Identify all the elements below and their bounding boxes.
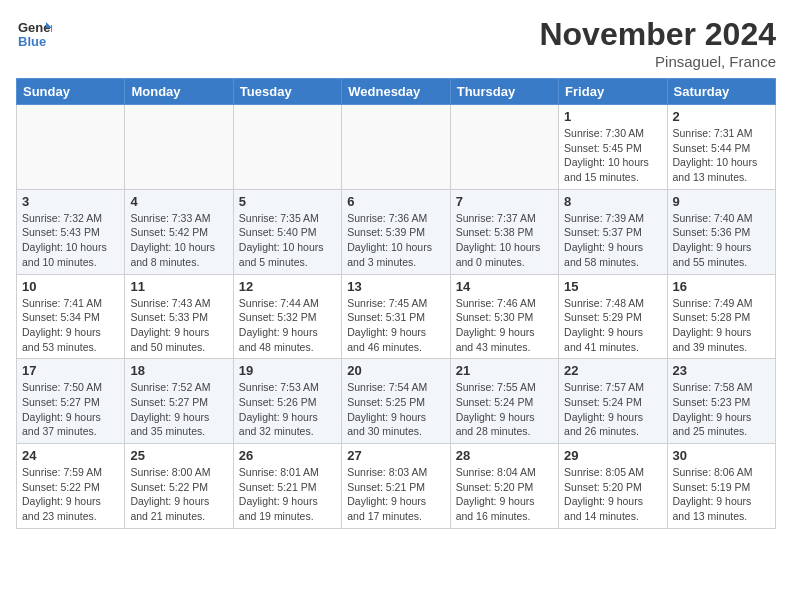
weekday-header: Wednesday bbox=[342, 79, 450, 105]
calendar-cell: 17Sunrise: 7:50 AM Sunset: 5:27 PM Dayli… bbox=[17, 359, 125, 444]
calendar-cell: 28Sunrise: 8:04 AM Sunset: 5:20 PM Dayli… bbox=[450, 444, 558, 529]
weekday-header: Sunday bbox=[17, 79, 125, 105]
weekday-header: Monday bbox=[125, 79, 233, 105]
calendar-cell: 16Sunrise: 7:49 AM Sunset: 5:28 PM Dayli… bbox=[667, 274, 775, 359]
day-info: Sunrise: 8:05 AM Sunset: 5:20 PM Dayligh… bbox=[564, 465, 661, 524]
day-info: Sunrise: 7:44 AM Sunset: 5:32 PM Dayligh… bbox=[239, 296, 336, 355]
day-number: 10 bbox=[22, 279, 119, 294]
calendar-week-row: 24Sunrise: 7:59 AM Sunset: 5:22 PM Dayli… bbox=[17, 444, 776, 529]
calendar-cell: 9Sunrise: 7:40 AM Sunset: 5:36 PM Daylig… bbox=[667, 189, 775, 274]
logo-icon: General Blue bbox=[16, 16, 52, 52]
calendar-cell: 18Sunrise: 7:52 AM Sunset: 5:27 PM Dayli… bbox=[125, 359, 233, 444]
day-number: 5 bbox=[239, 194, 336, 209]
calendar-cell: 21Sunrise: 7:55 AM Sunset: 5:24 PM Dayli… bbox=[450, 359, 558, 444]
day-info: Sunrise: 7:33 AM Sunset: 5:42 PM Dayligh… bbox=[130, 211, 227, 270]
day-number: 21 bbox=[456, 363, 553, 378]
day-number: 15 bbox=[564, 279, 661, 294]
title-block: November 2024 Pinsaguel, France bbox=[539, 16, 776, 70]
day-number: 7 bbox=[456, 194, 553, 209]
day-number: 3 bbox=[22, 194, 119, 209]
day-number: 16 bbox=[673, 279, 770, 294]
day-info: Sunrise: 7:43 AM Sunset: 5:33 PM Dayligh… bbox=[130, 296, 227, 355]
day-info: Sunrise: 7:55 AM Sunset: 5:24 PM Dayligh… bbox=[456, 380, 553, 439]
calendar-cell: 2Sunrise: 7:31 AM Sunset: 5:44 PM Daylig… bbox=[667, 105, 775, 190]
day-info: Sunrise: 7:41 AM Sunset: 5:34 PM Dayligh… bbox=[22, 296, 119, 355]
calendar-cell: 15Sunrise: 7:48 AM Sunset: 5:29 PM Dayli… bbox=[559, 274, 667, 359]
weekday-header: Saturday bbox=[667, 79, 775, 105]
calendar-week-row: 17Sunrise: 7:50 AM Sunset: 5:27 PM Dayli… bbox=[17, 359, 776, 444]
day-info: Sunrise: 8:04 AM Sunset: 5:20 PM Dayligh… bbox=[456, 465, 553, 524]
day-info: Sunrise: 7:30 AM Sunset: 5:45 PM Dayligh… bbox=[564, 126, 661, 185]
day-info: Sunrise: 7:58 AM Sunset: 5:23 PM Dayligh… bbox=[673, 380, 770, 439]
day-number: 23 bbox=[673, 363, 770, 378]
calendar-cell: 1Sunrise: 7:30 AM Sunset: 5:45 PM Daylig… bbox=[559, 105, 667, 190]
day-number: 22 bbox=[564, 363, 661, 378]
logo: General Blue General Blue bbox=[16, 16, 52, 52]
day-number: 2 bbox=[673, 109, 770, 124]
day-number: 24 bbox=[22, 448, 119, 463]
calendar-cell: 10Sunrise: 7:41 AM Sunset: 5:34 PM Dayli… bbox=[17, 274, 125, 359]
day-info: Sunrise: 7:50 AM Sunset: 5:27 PM Dayligh… bbox=[22, 380, 119, 439]
calendar-cell bbox=[450, 105, 558, 190]
day-number: 4 bbox=[130, 194, 227, 209]
calendar-cell: 30Sunrise: 8:06 AM Sunset: 5:19 PM Dayli… bbox=[667, 444, 775, 529]
day-info: Sunrise: 7:37 AM Sunset: 5:38 PM Dayligh… bbox=[456, 211, 553, 270]
day-number: 11 bbox=[130, 279, 227, 294]
day-number: 19 bbox=[239, 363, 336, 378]
calendar-week-row: 3Sunrise: 7:32 AM Sunset: 5:43 PM Daylig… bbox=[17, 189, 776, 274]
day-number: 18 bbox=[130, 363, 227, 378]
day-number: 28 bbox=[456, 448, 553, 463]
day-info: Sunrise: 7:49 AM Sunset: 5:28 PM Dayligh… bbox=[673, 296, 770, 355]
day-info: Sunrise: 8:00 AM Sunset: 5:22 PM Dayligh… bbox=[130, 465, 227, 524]
day-info: Sunrise: 7:54 AM Sunset: 5:25 PM Dayligh… bbox=[347, 380, 444, 439]
day-info: Sunrise: 7:31 AM Sunset: 5:44 PM Dayligh… bbox=[673, 126, 770, 185]
day-info: Sunrise: 8:01 AM Sunset: 5:21 PM Dayligh… bbox=[239, 465, 336, 524]
location: Pinsaguel, France bbox=[539, 53, 776, 70]
day-number: 17 bbox=[22, 363, 119, 378]
day-number: 13 bbox=[347, 279, 444, 294]
day-info: Sunrise: 7:36 AM Sunset: 5:39 PM Dayligh… bbox=[347, 211, 444, 270]
day-info: Sunrise: 7:45 AM Sunset: 5:31 PM Dayligh… bbox=[347, 296, 444, 355]
calendar-header-row: SundayMondayTuesdayWednesdayThursdayFrid… bbox=[17, 79, 776, 105]
day-info: Sunrise: 8:06 AM Sunset: 5:19 PM Dayligh… bbox=[673, 465, 770, 524]
day-info: Sunrise: 7:40 AM Sunset: 5:36 PM Dayligh… bbox=[673, 211, 770, 270]
weekday-header: Tuesday bbox=[233, 79, 341, 105]
day-number: 14 bbox=[456, 279, 553, 294]
calendar-cell: 23Sunrise: 7:58 AM Sunset: 5:23 PM Dayli… bbox=[667, 359, 775, 444]
day-info: Sunrise: 7:46 AM Sunset: 5:30 PM Dayligh… bbox=[456, 296, 553, 355]
calendar-cell: 25Sunrise: 8:00 AM Sunset: 5:22 PM Dayli… bbox=[125, 444, 233, 529]
day-number: 27 bbox=[347, 448, 444, 463]
day-number: 6 bbox=[347, 194, 444, 209]
day-number: 25 bbox=[130, 448, 227, 463]
calendar-cell: 4Sunrise: 7:33 AM Sunset: 5:42 PM Daylig… bbox=[125, 189, 233, 274]
calendar-cell: 20Sunrise: 7:54 AM Sunset: 5:25 PM Dayli… bbox=[342, 359, 450, 444]
calendar-cell: 5Sunrise: 7:35 AM Sunset: 5:40 PM Daylig… bbox=[233, 189, 341, 274]
calendar-cell bbox=[342, 105, 450, 190]
weekday-header: Friday bbox=[559, 79, 667, 105]
svg-text:Blue: Blue bbox=[18, 34, 46, 49]
calendar-cell: 3Sunrise: 7:32 AM Sunset: 5:43 PM Daylig… bbox=[17, 189, 125, 274]
day-number: 29 bbox=[564, 448, 661, 463]
calendar-cell: 19Sunrise: 7:53 AM Sunset: 5:26 PM Dayli… bbox=[233, 359, 341, 444]
calendar-cell bbox=[233, 105, 341, 190]
day-info: Sunrise: 7:52 AM Sunset: 5:27 PM Dayligh… bbox=[130, 380, 227, 439]
day-info: Sunrise: 7:59 AM Sunset: 5:22 PM Dayligh… bbox=[22, 465, 119, 524]
calendar-cell: 6Sunrise: 7:36 AM Sunset: 5:39 PM Daylig… bbox=[342, 189, 450, 274]
calendar-cell: 13Sunrise: 7:45 AM Sunset: 5:31 PM Dayli… bbox=[342, 274, 450, 359]
day-number: 12 bbox=[239, 279, 336, 294]
page-header: General Blue General Blue November 2024 … bbox=[16, 16, 776, 70]
day-info: Sunrise: 7:57 AM Sunset: 5:24 PM Dayligh… bbox=[564, 380, 661, 439]
calendar-cell: 26Sunrise: 8:01 AM Sunset: 5:21 PM Dayli… bbox=[233, 444, 341, 529]
day-number: 30 bbox=[673, 448, 770, 463]
calendar-cell: 22Sunrise: 7:57 AM Sunset: 5:24 PM Dayli… bbox=[559, 359, 667, 444]
day-info: Sunrise: 8:03 AM Sunset: 5:21 PM Dayligh… bbox=[347, 465, 444, 524]
calendar-cell: 8Sunrise: 7:39 AM Sunset: 5:37 PM Daylig… bbox=[559, 189, 667, 274]
calendar-week-row: 10Sunrise: 7:41 AM Sunset: 5:34 PM Dayli… bbox=[17, 274, 776, 359]
calendar-cell: 14Sunrise: 7:46 AM Sunset: 5:30 PM Dayli… bbox=[450, 274, 558, 359]
calendar-cell: 24Sunrise: 7:59 AM Sunset: 5:22 PM Dayli… bbox=[17, 444, 125, 529]
day-number: 20 bbox=[347, 363, 444, 378]
calendar-cell: 29Sunrise: 8:05 AM Sunset: 5:20 PM Dayli… bbox=[559, 444, 667, 529]
day-number: 8 bbox=[564, 194, 661, 209]
day-info: Sunrise: 7:48 AM Sunset: 5:29 PM Dayligh… bbox=[564, 296, 661, 355]
calendar: SundayMondayTuesdayWednesdayThursdayFrid… bbox=[16, 78, 776, 529]
